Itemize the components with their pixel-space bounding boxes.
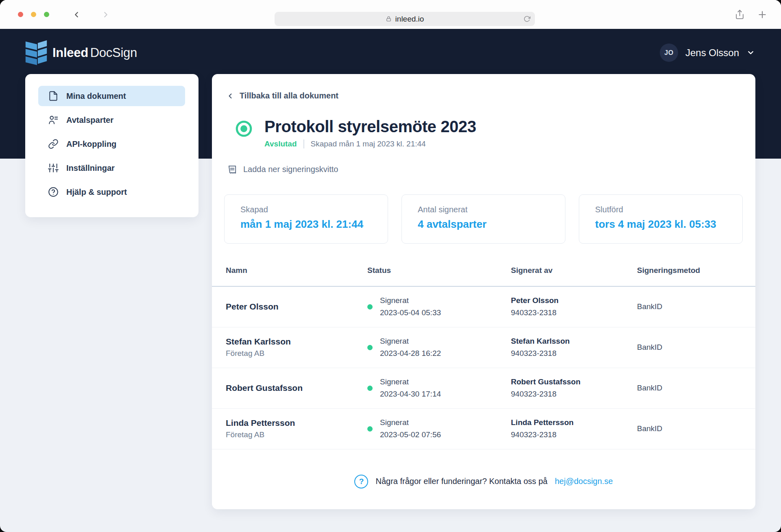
user-name: Jens Olsson xyxy=(685,47,739,59)
card-value: 4 avtalsparter xyxy=(418,218,561,231)
summary-card-completed: Slutförd tors 4 maj 2023 kl. 05:33 xyxy=(579,194,743,244)
card-label: Skapad xyxy=(240,205,384,214)
summary-card-signed-count: Antal signerat 4 avtalsparter xyxy=(401,194,565,244)
card-label: Slutförd xyxy=(595,205,738,214)
window-controls xyxy=(18,12,49,17)
column-header-signeringsmetod: Signeringsmetod xyxy=(637,266,742,275)
sidebar-item-installningar[interactable]: Inställningar xyxy=(38,158,185,178)
status-text: Signerat xyxy=(380,294,441,307)
signing-method: BankID xyxy=(637,384,742,392)
sidebar-item-api-koppling[interactable]: API-koppling xyxy=(38,134,185,154)
sidebar-item-mina-dokument[interactable]: Mina dokument xyxy=(38,86,185,106)
reload-button[interactable] xyxy=(524,15,530,22)
signing-method: BankID xyxy=(637,343,742,352)
contact-email-link[interactable]: hej@docsign.se xyxy=(555,477,613,486)
signed-by-name: Stefan Karlsson xyxy=(511,335,637,347)
table-header: Namn Status Signerat av Signeringsmetod xyxy=(212,244,755,287)
chevron-down-icon xyxy=(746,48,755,57)
contacts-icon xyxy=(48,115,59,125)
table-row: Linda Pettersson Företag AB Signerat 202… xyxy=(212,409,755,449)
status-date: 2023-04-30 17:14 xyxy=(380,388,441,400)
sidebar-item-label: Hjälp & support xyxy=(66,188,127,197)
status-text: Signerat xyxy=(380,376,441,388)
document-icon xyxy=(48,91,59,101)
share-button[interactable] xyxy=(735,9,745,20)
reload-icon xyxy=(524,15,530,22)
sidebar-item-label: API-koppling xyxy=(66,140,116,149)
sidebar-item-label: Inställningar xyxy=(66,164,115,173)
close-window-button[interactable] xyxy=(18,12,23,17)
address-bar[interactable]: inleed.io xyxy=(275,12,535,26)
status-text: Signerat xyxy=(380,335,441,347)
signed-status-dot xyxy=(367,345,373,350)
download-receipt-link[interactable]: Ladda ner signeringskvitto xyxy=(227,164,338,175)
sliders-icon xyxy=(48,163,59,173)
signed-by-name: Robert Gustafsson xyxy=(511,376,637,388)
status-date: 2023-05-02 07:56 xyxy=(380,429,441,441)
chevron-left-icon xyxy=(72,10,81,19)
share-icon xyxy=(735,9,745,20)
question-circle-icon: ? xyxy=(354,475,368,488)
status-badge: Avslutad xyxy=(264,140,297,148)
signer-company: Företag AB xyxy=(226,430,367,439)
personal-number: 940323-2318 xyxy=(511,307,637,319)
user-menu[interactable]: JO Jens Olsson xyxy=(660,44,755,62)
back-link[interactable]: Tillbaka till alla dokument xyxy=(226,91,338,100)
signed-status-dot xyxy=(367,426,373,432)
personal-number: 940323-2318 xyxy=(511,388,637,400)
avatar: JO xyxy=(660,44,678,62)
created-text: Skapad mån 1 maj 2023 kl. 21:44 xyxy=(311,140,426,148)
status-date: 2023-04-28 16:22 xyxy=(380,347,441,360)
new-tab-button[interactable] xyxy=(757,9,768,20)
card-label: Antal signerat xyxy=(418,205,561,214)
browser-back-button[interactable] xyxy=(72,10,81,19)
table-row: Stefan Karlsson Företag AB Signerat 2023… xyxy=(212,327,755,368)
signer-company: Företag AB xyxy=(226,349,367,358)
signed-status-dot xyxy=(367,304,373,310)
card-value: tors 4 maj 2023 kl. 05:33 xyxy=(595,218,738,231)
table-row: Robert Gustafsson Signerat 2023-04-30 17… xyxy=(212,368,755,409)
divider xyxy=(303,140,304,148)
sidebar-item-label: Avtalsparter xyxy=(66,116,113,125)
url-text: inleed.io xyxy=(395,15,424,24)
sidebar: Mina dokument Avtalsparter API-koppling … xyxy=(25,74,199,217)
signing-method: BankID xyxy=(637,302,742,311)
page-title: Protokoll styrelsemöte 2023 xyxy=(264,118,476,136)
app-page: InleedDocSign JO Jens Olsson Mina dokume… xyxy=(0,29,781,532)
signed-by-name: Linda Pettersson xyxy=(511,416,637,429)
summary-card-created: Skapad mån 1 maj 2023 kl. 21:44 xyxy=(224,194,388,244)
browser-forward-button[interactable] xyxy=(101,10,110,19)
contact-footer: ? Några frågor eller funderingar? Kontak… xyxy=(212,475,755,488)
sidebar-item-label: Mina dokument xyxy=(66,92,126,101)
chevron-right-icon xyxy=(101,10,110,19)
brand-logo[interactable]: InleedDocSign xyxy=(25,40,137,65)
inleed-logo-icon xyxy=(25,40,47,65)
personal-number: 940323-2318 xyxy=(511,429,637,441)
sidebar-item-hjalp-support[interactable]: Hjälp & support xyxy=(38,182,185,202)
column-header-namn: Namn xyxy=(226,266,367,275)
signer-name: Linda Pettersson xyxy=(226,418,367,428)
back-link-label: Tillbaka till alla dokument xyxy=(240,91,338,100)
signer-name: Robert Gustafsson xyxy=(226,383,367,393)
signed-by-name: Peter Olsson xyxy=(511,294,637,307)
signer-name: Peter Olsson xyxy=(226,302,367,312)
sidebar-item-avtalsparter[interactable]: Avtalsparter xyxy=(38,110,185,130)
chevron-left-icon xyxy=(226,92,234,100)
brand-name: InleedDocSign xyxy=(52,46,137,60)
personal-number: 940323-2318 xyxy=(511,347,637,360)
column-header-signerat-av: Signerat av xyxy=(511,266,637,275)
download-receipt-label: Ladda ner signeringskvitto xyxy=(243,165,338,174)
zoom-window-button[interactable] xyxy=(44,12,49,17)
status-text: Signerat xyxy=(380,416,441,429)
receipt-icon xyxy=(227,164,238,175)
browser-window: inleed.io xyxy=(0,0,781,532)
signing-method: BankID xyxy=(637,424,742,433)
plus-icon xyxy=(757,9,768,20)
table-row: Peter Olsson Signerat 2023-05-04 05:33 P… xyxy=(212,287,755,327)
minimize-window-button[interactable] xyxy=(31,12,36,17)
column-header-status: Status xyxy=(367,266,511,275)
signer-name: Stefan Karlsson xyxy=(226,337,367,347)
signed-status-dot xyxy=(367,386,373,391)
status-complete-icon xyxy=(236,120,252,137)
browser-toolbar: inleed.io xyxy=(0,0,781,29)
